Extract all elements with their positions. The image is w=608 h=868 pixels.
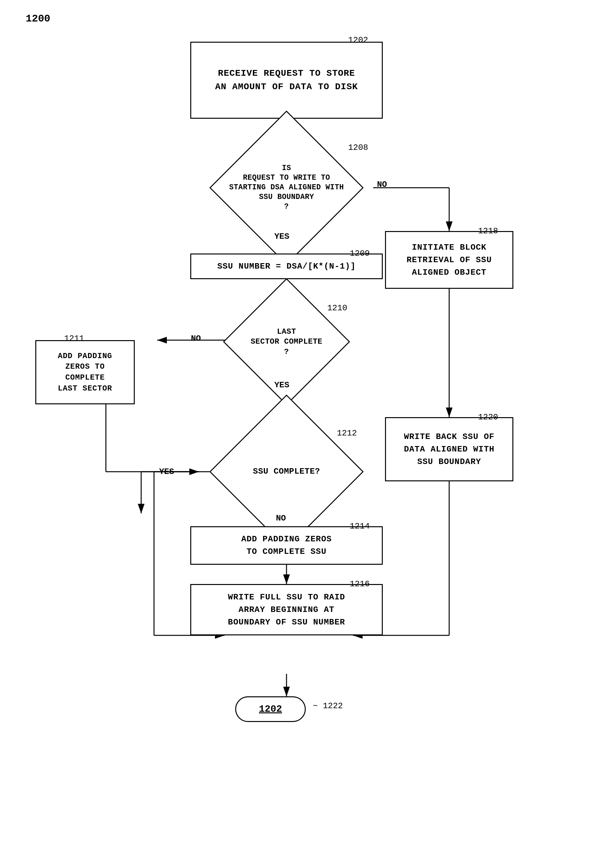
node-decision1: ISREQUEST TO WRITE TOSTARTING DSA ALIGNE… [203,144,370,231]
node-decision2: LASTSECTOR COMPLETE? [213,305,360,379]
ref-1220: 1220 [478,412,498,422]
node-decision3: SSU COMPLETE? [203,430,370,513]
node-writeback: WRITE BACK SSU OFDATA ALIGNED WITHSSU BO… [385,417,513,481]
label-yes-decision3: YES [159,467,174,476]
node-end-oval: 1202 [235,696,306,722]
label-yes-decision2: YES [275,380,289,390]
ref-1211: 1211 [64,334,84,343]
flowchart-diagram: 1200 [0,0,608,868]
ref-1202: 1202 [348,35,368,45]
ref-1212: 1212 [337,428,357,438]
ref-1222: ~ 1222 [313,701,343,711]
diagram-id: 1200 [26,13,50,25]
ref-1214: 1214 [350,521,370,531]
node-pad-ssu: ADD PADDING ZEROSTO COMPLETE SSU [190,526,383,565]
label-yes-decision1: YES [275,232,289,241]
node-write: WRITE FULL SSU TO RAIDARRAY BEGINNING AT… [190,584,383,636]
label-no-decision1: NO [377,180,387,189]
node-pad-sector: ADD PADDINGZEROS TOCOMPLETELAST SECTOR [35,340,135,404]
node-start: RECEIVE REQUEST TO STOREAN AMOUNT OF DAT… [190,42,383,119]
label-no-decision3: NO [276,513,286,523]
label-no-decision2: NO [191,334,201,343]
ref-1218: 1218 [478,226,498,236]
node-initiate: INITIATE BLOCKRETRIEVAL OF SSUALIGNED OB… [385,231,513,289]
ref-1210: 1210 [327,303,347,313]
ref-1208: 1208 [348,143,368,152]
ref-1209: 1209 [350,249,370,258]
ref-1216: 1216 [350,579,370,589]
